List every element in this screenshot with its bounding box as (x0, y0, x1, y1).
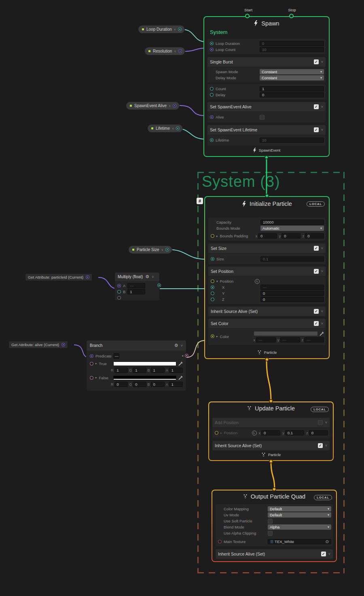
param-particle-size[interactable]: Particle Size ‹ (128, 245, 172, 254)
block-set-size[interactable]: Set Size ✓ ˅ (208, 243, 326, 253)
bounds-padding-y-field[interactable]: 0 (281, 233, 301, 239)
block-enabled-checkbox[interactable]: ✓ (314, 321, 319, 326)
color-x-field[interactable]: — (256, 337, 276, 342)
param-output-port[interactable] (176, 127, 180, 130)
collapse-icon[interactable]: ‹ (174, 49, 176, 53)
chevron-down-icon[interactable]: ˅ (321, 269, 323, 273)
input-port-color[interactable] (211, 334, 214, 338)
chevron-down-icon[interactable]: ˅ (321, 246, 323, 250)
blend-mode-dropdown[interactable]: Alpha ▾ (268, 524, 331, 530)
chevron-down-icon[interactable]: ˅ (321, 128, 323, 132)
color-z-field[interactable]: — (304, 337, 324, 342)
chevron-down-icon[interactable]: ˅ (321, 321, 323, 325)
param-resolution[interactable]: Resolution ‹ (144, 47, 185, 55)
false-r-field[interactable]: 0 (114, 382, 128, 387)
color-mapping-dropdown[interactable]: Default ▾ (268, 506, 331, 511)
multiply-a-field[interactable]: — (127, 283, 145, 288)
input-port-position-y[interactable] (211, 292, 214, 295)
input-port-false[interactable] (90, 376, 93, 380)
spawn-start-port[interactable] (245, 14, 250, 18)
expander-icon[interactable]: ▸ (216, 235, 218, 238)
block-enabled-checkbox[interactable] (318, 420, 323, 425)
position-x-field[interactable]: — (260, 285, 324, 290)
block-enabled-checkbox[interactable]: ✓ (318, 443, 323, 448)
add-position-x-field[interactable]: 0 (261, 430, 280, 435)
system-name-label[interactable]: System (207, 28, 326, 38)
use-alpha-clipping-checkbox[interactable] (268, 531, 273, 536)
loop-duration-field[interactable]: 0 (260, 41, 324, 46)
eyedropper-icon[interactable] (320, 332, 324, 336)
node-update-particle[interactable]: Update Particle LOCAL Add Position ˅ ▸ P… (208, 402, 334, 461)
add-position-z-field[interactable]: 0 (309, 430, 328, 435)
delay-mode-dropdown[interactable]: Constant ▾ (260, 75, 324, 80)
block-enabled-checkbox[interactable]: ✓ (314, 309, 319, 314)
block-enabled-checkbox[interactable]: ✓ (314, 59, 319, 64)
node-branch[interactable]: Branch ⚙ ˅ Predicate — ▸ True R 1 (86, 340, 186, 391)
local-space-icon[interactable]: L (255, 279, 260, 284)
input-port-bounds-padding[interactable] (211, 234, 214, 238)
chevron-down-icon[interactable]: ˅ (321, 60, 323, 64)
main-texture-field[interactable]: ☰ TEX_White ⊙ (268, 539, 331, 544)
input-port-b[interactable] (117, 290, 121, 294)
param-spawnevent-alive[interactable]: SpawnEvent Alive ‹ (126, 101, 180, 110)
count-field[interactable]: 1 (260, 86, 324, 91)
block-set-color[interactable]: Set Color ✓ ˅ (208, 319, 326, 328)
color-y-field[interactable]: — (280, 337, 300, 342)
add-position-y-field[interactable]: 0.1 (285, 430, 304, 435)
lifetime-field[interactable]: 10 (260, 137, 324, 143)
input-port-delay[interactable] (210, 93, 214, 97)
hash-badge-icon[interactable]: # (197, 198, 203, 204)
predicate-toggle[interactable]: — (114, 353, 119, 359)
gear-icon[interactable]: ⚙ (174, 343, 178, 348)
block-enabled-checkbox[interactable]: ✓ (321, 552, 326, 556)
block-enabled-checkbox[interactable]: ✓ (314, 104, 319, 109)
node-multiply-float[interactable]: Multiply (float) ⚙ ˅ A — B 1 (114, 272, 160, 301)
edge-update-to-output[interactable] (271, 461, 275, 490)
chevron-down-icon[interactable]: ˅ (321, 105, 323, 109)
input-port-main-texture[interactable] (218, 540, 222, 543)
expander-icon[interactable]: ▸ (95, 362, 97, 365)
uv-mode-dropdown[interactable]: Default ▾ (268, 512, 331, 518)
block-set-spawnevent-lifetime[interactable]: Set SpawnEvent Lifetime ✓ ˅ (207, 125, 326, 135)
input-port-true[interactable] (90, 362, 93, 366)
collapse-icon[interactable]: ‹ (169, 104, 170, 108)
block-enabled-checkbox[interactable]: ✓ (314, 269, 319, 274)
chevron-down-icon[interactable]: ˅ (152, 275, 154, 279)
edge-spawnevent-alive[interactable] (180, 106, 205, 116)
false-color-swatch[interactable] (113, 376, 176, 380)
eyedropper-icon[interactable] (178, 361, 183, 366)
gear-icon[interactable]: ⚙ (145, 274, 149, 279)
input-port-lifetime[interactable] (210, 138, 214, 142)
param-output-port[interactable] (178, 49, 182, 53)
input-port-a[interactable] (117, 284, 121, 287)
input-port-add-position[interactable] (215, 431, 218, 435)
bounds-padding-z-field[interactable]: 0 (305, 233, 324, 239)
expander-icon[interactable]: ▾ (216, 280, 218, 283)
block-set-position[interactable]: Set Position ✓ ˅ (208, 266, 326, 276)
local-space-icon[interactable]: L (252, 431, 257, 435)
delay-field[interactable]: 0 (260, 92, 324, 97)
input-port-loop-count[interactable] (210, 48, 214, 51)
block-set-spawnevent-alive[interactable]: Set SpawnEvent Alive ✓ ˅ (207, 102, 326, 112)
vfx-graph-canvas[interactable]: System (3) Loop Duration ‹ Resolution ‹ (0, 0, 364, 596)
block-inherit-source-alive[interactable]: Inherit Source Alive (Set) ✓ ˅ (208, 306, 326, 316)
block-enabled-checkbox[interactable]: ✓ (314, 127, 319, 132)
node-spawn[interactable]: Start Stop Spawn System Loop Duration 0 … (203, 16, 330, 157)
edge-initialize-to-update[interactable] (267, 359, 271, 402)
param-lifetime[interactable]: Lifetime ‹ (147, 124, 183, 133)
expander-icon[interactable]: ▸ (216, 335, 218, 338)
initialize-input-flow-port[interactable] (265, 194, 269, 198)
update-output-flow-port[interactable] (269, 459, 273, 463)
chevron-down-icon[interactable]: ˅ (321, 309, 323, 313)
alive-checkbox[interactable] (260, 115, 265, 120)
true-g-field[interactable]: 1 (133, 368, 146, 373)
param-output-port[interactable] (173, 104, 176, 108)
bounds-mode-dropdown[interactable]: Automatic ▾ (260, 226, 324, 231)
edge-particle-size[interactable] (168, 249, 205, 259)
node-get-attribute-particleid[interactable]: Get Attribute: particleId (Current) (25, 273, 92, 281)
update-input-flow-port[interactable] (269, 399, 273, 403)
multiply-b-field[interactable]: 1 (127, 289, 145, 294)
node-get-attribute-alive[interactable]: Get Attribute: alive (Current) (8, 341, 68, 349)
node-output-particle-quad[interactable]: Output Particle Quad LOCAL Color Mapping… (212, 490, 337, 562)
input-port-alive[interactable] (210, 115, 214, 119)
